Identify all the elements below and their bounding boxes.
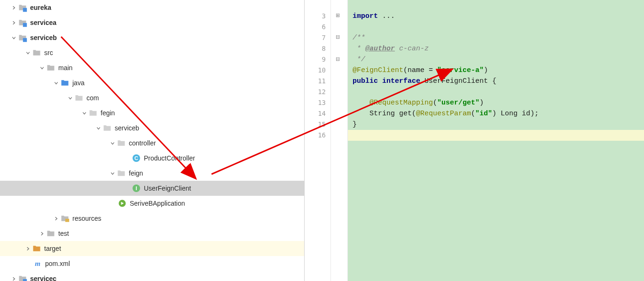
package-icon bbox=[117, 169, 126, 178]
chevron-right-icon[interactable] bbox=[9, 20, 18, 25]
code-keyword: interface bbox=[382, 77, 420, 85]
tree-item-serviceb[interactable]: serviceb bbox=[0, 30, 304, 45]
tree-label: com bbox=[86, 94, 99, 102]
tree-item-pkg-serviceb[interactable]: serviceb bbox=[0, 120, 304, 136]
code-text: ( bbox=[471, 110, 475, 118]
tree-item-servicec[interactable]: servicec bbox=[0, 271, 304, 281]
code-annotation: @FeignClient bbox=[353, 66, 403, 74]
resources-folder-icon bbox=[60, 214, 70, 223]
code-keyword: public bbox=[353, 77, 378, 85]
tree-label: resources bbox=[72, 215, 101, 222]
tree-label: main bbox=[58, 64, 72, 72]
code-string: "service-a" bbox=[437, 66, 484, 74]
gutter-line: 15 bbox=[305, 119, 326, 130]
gutter-line: 9 bbox=[305, 54, 326, 65]
svg-rect-4 bbox=[65, 219, 69, 220]
chevron-down-icon[interactable] bbox=[108, 171, 117, 176]
code-editor[interactable]: 3 6 7 8 9 10 11 12 13 14 15 16 ⊞ ⊟ ⊟ imp… bbox=[305, 0, 644, 281]
tree-item-eureka[interactable]: eureka bbox=[0, 0, 304, 15]
project-tree[interactable]: eureka servicea serviceb bbox=[0, 0, 305, 281]
gutter-line bbox=[305, 0, 326, 11]
tree-item-resources[interactable]: resources bbox=[0, 211, 304, 226]
code-string: "user/get" bbox=[437, 99, 479, 107]
chevron-right-icon[interactable] bbox=[9, 5, 18, 10]
code-text: ( bbox=[433, 99, 437, 107]
gutter-line: 16 bbox=[305, 130, 326, 141]
gutter-line: 3 bbox=[305, 11, 326, 22]
chevron-down-icon[interactable] bbox=[38, 65, 46, 71]
chevron-right-icon[interactable] bbox=[38, 231, 46, 236]
tree-label: feign bbox=[129, 169, 143, 177]
editor-fold-gutter: ⊞ ⊟ ⊟ bbox=[331, 0, 348, 281]
tree-item-pom-xml[interactable]: m pom.xml bbox=[0, 256, 304, 271]
tree-item-main[interactable]: main bbox=[0, 60, 304, 75]
chevron-down-icon[interactable] bbox=[108, 141, 117, 146]
module-folder-icon bbox=[18, 18, 27, 27]
svg-rect-5 bbox=[65, 220, 69, 222]
tree-label: UserFeignClient bbox=[144, 185, 191, 192]
folder-icon bbox=[46, 229, 55, 238]
tree-item-test[interactable]: test bbox=[0, 226, 304, 241]
interface-icon: I bbox=[132, 184, 141, 193]
gutter-line: 7 bbox=[305, 32, 326, 43]
spring-boot-icon bbox=[118, 199, 127, 208]
code-text: ... bbox=[378, 12, 395, 20]
chevron-right-icon[interactable] bbox=[24, 246, 32, 251]
tree-item-feign[interactable]: feign bbox=[0, 166, 304, 181]
code-text: } bbox=[353, 120, 357, 128]
code-text: String get( bbox=[353, 110, 416, 118]
chevron-right-icon[interactable] bbox=[9, 276, 18, 281]
tree-item-user-feign-client[interactable]: I UserFeignClient bbox=[0, 181, 304, 196]
code-text: (name = bbox=[403, 66, 437, 74]
code-comment: /** bbox=[353, 34, 365, 42]
tree-label: test bbox=[58, 230, 69, 237]
chevron-right-icon[interactable] bbox=[52, 216, 60, 221]
tree-label: eureka bbox=[30, 4, 51, 11]
tree-label: src bbox=[44, 49, 53, 56]
fold-expand-icon[interactable]: ⊞ bbox=[336, 12, 340, 18]
tree-label: pom.xml bbox=[45, 260, 70, 267]
code-comment: * bbox=[353, 45, 365, 53]
tree-item-servicea[interactable]: servicea bbox=[0, 15, 304, 30]
module-folder-icon bbox=[18, 3, 27, 12]
tree-label: serviceb bbox=[115, 124, 139, 132]
package-icon bbox=[117, 138, 126, 148]
code-text: UserFeignClient { bbox=[424, 77, 496, 85]
gutter-line: 13 bbox=[305, 97, 326, 108]
chevron-down-icon[interactable] bbox=[66, 96, 74, 101]
chevron-down-icon[interactable] bbox=[52, 80, 60, 86]
tree-item-seriveb-application[interactable]: SeriveBApplication bbox=[0, 196, 304, 211]
module-folder-icon bbox=[18, 33, 27, 42]
svg-rect-1 bbox=[23, 23, 27, 27]
tree-item-controller[interactable]: controller bbox=[0, 136, 304, 151]
code-annotation: @RequestMapping bbox=[369, 99, 433, 107]
gutter-line: 6 bbox=[305, 22, 326, 32]
tree-item-src[interactable]: src bbox=[0, 45, 304, 60]
code-annotation: @RequestParam bbox=[416, 110, 471, 118]
chevron-down-icon[interactable] bbox=[94, 126, 102, 131]
tree-item-com[interactable]: com bbox=[0, 90, 304, 105]
svg-rect-2 bbox=[23, 38, 27, 42]
code-keyword: import bbox=[353, 12, 378, 20]
tree-item-fegin[interactable]: fegin bbox=[0, 105, 304, 120]
tree-label: fegin bbox=[101, 109, 115, 117]
excluded-folder-icon bbox=[32, 244, 41, 253]
code-comment: */ bbox=[353, 56, 365, 64]
chevron-down-icon[interactable] bbox=[9, 35, 18, 40]
code-content[interactable]: import ... /** * @author c-can-z */ @Fei… bbox=[348, 0, 644, 281]
tree-label: java bbox=[72, 79, 85, 87]
folder-icon bbox=[32, 48, 41, 57]
editor-gutter: 3 6 7 8 9 10 11 12 13 14 15 16 bbox=[305, 0, 331, 281]
chevron-down-icon[interactable] bbox=[80, 111, 88, 116]
code-text: ) bbox=[479, 99, 484, 107]
folder-icon bbox=[46, 63, 55, 72]
tree-label: SeriveBApplication bbox=[130, 200, 185, 207]
chevron-down-icon[interactable] bbox=[24, 50, 32, 56]
source-folder-icon bbox=[60, 78, 70, 88]
code-javadoc-tag: @author bbox=[365, 45, 395, 53]
code-text: ) bbox=[484, 66, 488, 74]
tree-item-product-controller[interactable]: C ProductController bbox=[0, 151, 304, 166]
tree-item-java[interactable]: java bbox=[0, 75, 304, 90]
tree-item-target[interactable]: target bbox=[0, 241, 304, 256]
fold-collapse-icon[interactable]: ⊟ bbox=[336, 34, 340, 40]
